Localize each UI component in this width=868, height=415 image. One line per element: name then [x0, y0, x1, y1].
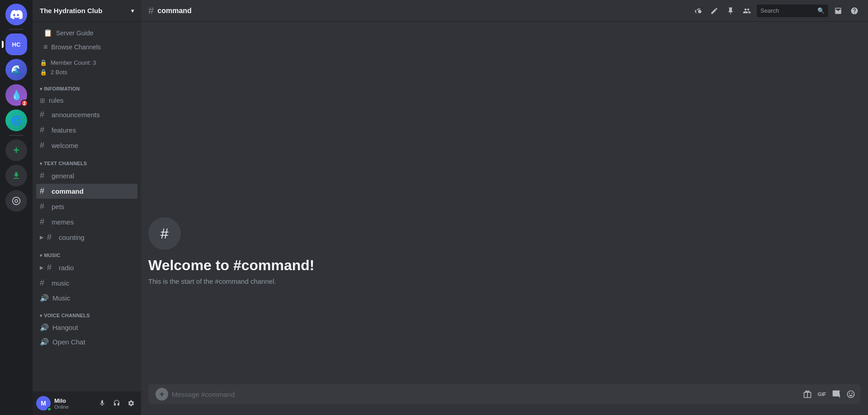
- edit-button[interactable]: [708, 5, 721, 17]
- messages-area[interactable]: # Welcome to #command! This is the start…: [141, 22, 868, 384]
- inbox-button[interactable]: [832, 5, 844, 17]
- sticker-button[interactable]: [830, 388, 843, 401]
- user-name: Milo: [54, 397, 92, 404]
- discord-home-icon[interactable]: [5, 4, 27, 25]
- add-server-icon: +: [13, 144, 19, 157]
- channel-radio[interactable]: ▶ # radio: [36, 260, 137, 275]
- server-guide-item[interactable]: 📋 Server Guide: [36, 26, 137, 40]
- channel-hangout[interactable]: 🔊 Hangout: [36, 320, 137, 334]
- channel-command-label: command: [52, 187, 84, 195]
- channel-memes-label: memes: [52, 218, 74, 226]
- message-input-area: + GIF: [141, 384, 868, 415]
- channel-general-label: general: [52, 172, 74, 180]
- channel-title-area: # command: [148, 5, 192, 17]
- boost-button[interactable]: [692, 5, 704, 17]
- message-input-box: + GIF: [148, 384, 861, 404]
- emoji-button[interactable]: [844, 388, 857, 401]
- server-icon-4[interactable]: 🌀: [5, 110, 27, 131]
- category-arrow-information: ▾: [40, 86, 42, 91]
- channel-rules[interactable]: ⊞ rules: [36, 94, 137, 107]
- lock-icon-2: 🔒: [40, 69, 47, 76]
- welcome-description: This is the start of the #command channe…: [148, 277, 861, 285]
- category-text-channels[interactable]: ▾ TEXT CHANNELS: [33, 153, 141, 168]
- server-icon-2[interactable]: 🌊: [5, 59, 27, 81]
- category-arrow-text: ▾: [40, 161, 42, 166]
- channel-memes[interactable]: # memes: [36, 215, 137, 229]
- user-status-text: Online: [54, 404, 92, 410]
- channel-welcome[interactable]: # welcome: [36, 138, 137, 153]
- add-attachment-button[interactable]: +: [156, 388, 168, 401]
- hash-icon-announcements: #: [40, 110, 48, 119]
- welcome-section: # Welcome to #command! This is the start…: [141, 210, 868, 296]
- gif-button[interactable]: GIF: [816, 388, 828, 401]
- category-voice-channels-label: VOICE CHANNELS: [44, 313, 90, 318]
- hash-icon-memes: #: [40, 217, 48, 227]
- channel-hangout-label: Hangout: [52, 324, 78, 331]
- download-button[interactable]: [5, 165, 27, 186]
- pin-button[interactable]: [724, 5, 737, 17]
- browse-channels-item[interactable]: ≡ Browse Channels: [36, 40, 137, 54]
- channel-announcements[interactable]: # announcements: [36, 107, 137, 122]
- channel-command[interactable]: # command: [36, 184, 137, 199]
- channel-features[interactable]: # features: [36, 123, 137, 138]
- message-input[interactable]: [172, 386, 797, 403]
- speaker-icon-hangout: 🔊: [40, 323, 49, 332]
- search-input[interactable]: [760, 7, 815, 14]
- channel-pets[interactable]: # pets: [36, 199, 137, 214]
- top-bar: # command: [141, 0, 868, 22]
- server-icon-hydration[interactable]: HC: [5, 33, 27, 55]
- speaker-icon-music: 🔊: [40, 294, 49, 302]
- notification-badge-3: 2: [21, 100, 28, 107]
- hash-icon-radio: #: [47, 263, 55, 272]
- hash-icon-general: #: [40, 171, 48, 181]
- welcome-hash-icon: #: [160, 225, 169, 242]
- server-divider-2: [9, 135, 24, 136]
- gift-button[interactable]: [801, 388, 814, 401]
- welcome-title: Welcome to #command!: [148, 257, 861, 274]
- category-voice-channels[interactable]: ▾ VOICE CHANNELS: [33, 305, 141, 320]
- welcome-icon: #: [148, 217, 181, 250]
- channel-music-voice[interactable]: 🔊 Music: [36, 291, 137, 305]
- speaker-icon-openchat: 🔊: [40, 338, 49, 346]
- category-information-label: INFORMATION: [44, 86, 80, 91]
- user-status-indicator: [47, 407, 52, 411]
- channel-music-label: music: [52, 279, 69, 287]
- channel-announcements-label: announcements: [52, 111, 100, 119]
- server-icon-3[interactable]: 💧 2: [5, 84, 27, 106]
- hash-icon-command: #: [40, 186, 48, 196]
- headphones-button[interactable]: [110, 397, 123, 410]
- server-name: The Hydration Club: [40, 7, 102, 14]
- locked-section: 🔒 Member Count: 3 🔒 2 Bots: [33, 54, 141, 79]
- category-music[interactable]: ▾ MUSIC: [33, 245, 141, 260]
- channel-general[interactable]: # general: [36, 168, 137, 183]
- toolbar-right: 🔍: [692, 5, 861, 17]
- channel-open-chat[interactable]: 🔊 Open Chat: [36, 335, 137, 349]
- empty-messages-space: [141, 29, 868, 210]
- microphone-button[interactable]: [96, 397, 108, 410]
- help-button[interactable]: [848, 5, 861, 17]
- chevron-down-icon: ▾: [131, 8, 134, 14]
- channel-music-text[interactable]: # music: [36, 276, 137, 291]
- server-guide-icon: 📋: [43, 29, 52, 37]
- server-sidebar: HC 🌊 💧 2 🌀 +: [0, 0, 33, 415]
- channel-pets-label: pets: [52, 203, 64, 210]
- hash-icon-counting: #: [47, 233, 55, 242]
- lock-icon-1: 🔒: [40, 59, 47, 66]
- hash-icon-features: #: [40, 125, 48, 135]
- user-controls: [96, 397, 137, 410]
- user-info: Milo Online: [54, 397, 92, 410]
- channel-open-chat-label: Open Chat: [52, 338, 85, 346]
- add-server-button[interactable]: +: [5, 139, 27, 161]
- channel-title: command: [157, 7, 192, 15]
- browse-channels-label: Browse Channels: [51, 43, 101, 51]
- channel-counting[interactable]: ▶ # counting: [36, 230, 137, 245]
- nitro-button[interactable]: [5, 190, 27, 212]
- muted-dot-counting: ▶: [40, 234, 43, 240]
- settings-button[interactable]: [125, 397, 137, 410]
- members-button[interactable]: [741, 5, 753, 17]
- search-bar[interactable]: 🔍: [757, 5, 828, 17]
- server-header[interactable]: The Hydration Club ▾: [33, 0, 141, 22]
- hash-icon-welcome: #: [40, 141, 48, 150]
- user-avatar[interactable]: M: [36, 396, 51, 410]
- category-information[interactable]: ▾ INFORMATION: [33, 79, 141, 93]
